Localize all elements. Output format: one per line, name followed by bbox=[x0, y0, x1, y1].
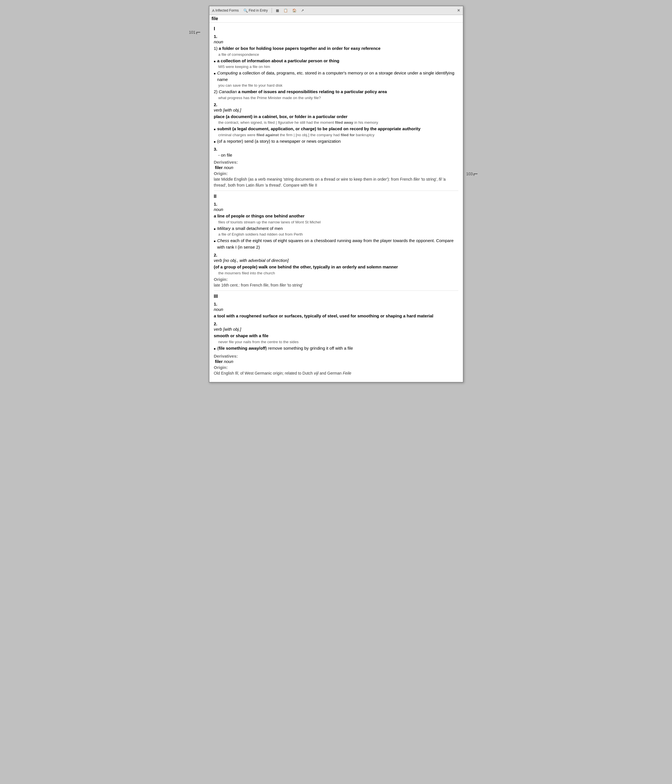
pos-ii-2: verb [no obj., with adverbial of directi… bbox=[214, 258, 458, 263]
pos-2: verb [with obj.] bbox=[214, 107, 458, 112]
grid-icon: ▦ bbox=[276, 8, 279, 12]
def-ii-1-2: ■ Military a small detachment of men bbox=[214, 226, 458, 232]
example-2-1: the contract, when signed, is filed | fi… bbox=[219, 120, 458, 124]
origin-text-3: Old English fil, of West Germanic origin… bbox=[214, 370, 458, 376]
bullet-7: ■ bbox=[214, 347, 216, 351]
deriv-word-1: filer bbox=[215, 165, 223, 170]
deriv-word-3: filer bbox=[215, 359, 223, 364]
derivatives-label-1: Derivatives: bbox=[214, 160, 238, 165]
origin-label-3: Origin: bbox=[214, 365, 228, 370]
roman-numeral-3: III bbox=[214, 294, 458, 299]
close-icon: × bbox=[457, 8, 460, 13]
export-button[interactable]: ↗ bbox=[300, 8, 305, 13]
def-iii-2-2: ■ (file something away/off) remove somet… bbox=[214, 345, 458, 352]
close-button[interactable]: × bbox=[456, 7, 461, 14]
def-ii-2-1: (of a group of people) walk one behind t… bbox=[214, 264, 458, 271]
inflected-forms-label: Inflected Forms bbox=[215, 8, 239, 12]
inflect-icon: A bbox=[212, 8, 215, 13]
derivatives-content-3: filer noun bbox=[215, 359, 458, 364]
sense-ii-1-heading: 1. bbox=[214, 202, 458, 206]
example-1-2: MI5 were keeping a file on him bbox=[219, 65, 458, 69]
pos-1: noun bbox=[214, 39, 458, 44]
example-1-1: a file of correspondence bbox=[219, 52, 458, 57]
inflected-forms-button[interactable]: A Inflected Forms bbox=[211, 8, 240, 13]
copy-icon: 📋 bbox=[284, 8, 288, 12]
def-2-2: ■ submit (a legal document, application,… bbox=[214, 126, 458, 132]
example-1-4: what progress has the Prime Minister mad… bbox=[219, 96, 458, 100]
def-1-2: ■ a collection of information about a pa… bbox=[214, 58, 458, 64]
example-ii-2-1: the mourners filed into the church bbox=[219, 271, 458, 275]
derivatives-section-1: Derivatives: bbox=[214, 160, 458, 165]
sense-1-heading: 1. bbox=[214, 34, 458, 39]
example-iii-2-1: never file your nails from the centre to… bbox=[219, 340, 458, 344]
dictionary-window: A Inflected Forms 🔍 Find in Entry ▦ 📋 🏠 bbox=[209, 6, 464, 383]
deriv-pos-3: noun bbox=[224, 359, 233, 364]
pos-iii-1: noun bbox=[214, 307, 458, 312]
bullet-3: ■ bbox=[214, 127, 216, 131]
bullet-1: ■ bbox=[214, 59, 216, 64]
home-icon: 🏠 bbox=[292, 8, 296, 12]
def-iii-1-1: a tool with a roughened surface or surfa… bbox=[214, 313, 458, 319]
export-icon: ↗ bbox=[301, 8, 304, 12]
def-iii-2-1: smooth or shape with a file bbox=[214, 333, 458, 339]
on-file-phrase: - on file bbox=[219, 152, 458, 157]
entry-2: II 1. noun a line of people or things on… bbox=[214, 191, 458, 288]
origin-section-1: Origin: bbox=[214, 171, 458, 176]
grid-button[interactable]: ▦ bbox=[275, 8, 280, 13]
find-in-entry-label: Find in Entry bbox=[249, 8, 268, 12]
example-2-2: criminal charges were filed against the … bbox=[219, 133, 458, 137]
entry-1: I 1. noun 1) a folder or box for holding… bbox=[214, 26, 458, 188]
home-button[interactable]: 🏠 bbox=[291, 8, 298, 13]
entry-label-103: 103 bbox=[466, 171, 473, 176]
dictionary-content: I 1. noun 1) a folder or box for holding… bbox=[210, 23, 463, 382]
origin-label-2: Origin: bbox=[214, 277, 228, 282]
find-icon: 🔍 bbox=[243, 8, 248, 13]
bullet-6: ■ bbox=[214, 239, 216, 243]
sense-iii-1-heading: 1. bbox=[214, 302, 458, 306]
sense-2-heading: 2. bbox=[214, 102, 458, 107]
origin-text-2: late 16th cent.: from French file, from … bbox=[214, 282, 458, 288]
example-ii-1-2: a file of English soldiers had ridden ou… bbox=[219, 232, 458, 236]
find-in-entry-button[interactable]: 🔍 Find in Entry bbox=[242, 8, 269, 13]
def-ii-1-3: ■ Chess each of the eight rows of eight … bbox=[214, 238, 458, 250]
toolbar: A Inflected Forms 🔍 Find in Entry ▦ 📋 🏠 bbox=[210, 6, 463, 15]
search-input[interactable] bbox=[212, 16, 461, 21]
derivatives-label-3: Derivatives: bbox=[214, 354, 238, 358]
def-1-1: 1) a folder or box for holding loose pap… bbox=[214, 45, 458, 52]
def-1-3: ■ Computing a collection of data, progra… bbox=[214, 70, 458, 82]
def-ii-1-1: a line of people or things one behind an… bbox=[214, 213, 458, 219]
sense-3-heading: 3. bbox=[214, 147, 458, 151]
origin-section-2: Origin: bbox=[214, 277, 458, 282]
bullet-2: ■ bbox=[214, 72, 216, 76]
bullet-4: ■ bbox=[214, 140, 216, 144]
origin-label-1: Origin: bbox=[214, 171, 228, 176]
example-1-3: you can save the file to your hard disk bbox=[219, 83, 458, 87]
def-2-1: place (a document) in a cabinet, box, or… bbox=[214, 114, 458, 120]
sense-ii-2-heading: 2. bbox=[214, 252, 458, 257]
origin-text-1: late Middle English (as a verb meaning '… bbox=[214, 176, 458, 188]
pos-ii-1: noun bbox=[214, 207, 458, 212]
entry-3: III 1. noun a tool with a roughened surf… bbox=[214, 291, 458, 376]
def-2-3: ■ (of a reporter) send (a story) to a ne… bbox=[214, 138, 458, 145]
derivatives-section-3: Derivatives: bbox=[214, 354, 458, 358]
def-1-4: 2) Canadian a number of issues and respo… bbox=[214, 89, 458, 95]
pos-iii-2: verb [with obj.] bbox=[214, 327, 458, 331]
origin-section-3: Origin: bbox=[214, 365, 458, 370]
toolbar-separator bbox=[272, 8, 272, 13]
roman-numeral-1: I bbox=[214, 26, 458, 32]
sense-iii-2-heading: 2. bbox=[214, 321, 458, 326]
search-bar bbox=[210, 15, 463, 23]
deriv-pos-1: noun bbox=[224, 165, 233, 170]
entry-label-101: 101 bbox=[189, 30, 196, 34]
derivatives-content-1: filer noun bbox=[215, 165, 458, 170]
example-ii-1-1: files of tourists stream up the narrow l… bbox=[219, 220, 458, 224]
roman-numeral-2: II bbox=[214, 194, 458, 199]
bullet-5: ■ bbox=[214, 227, 216, 231]
copy-button[interactable]: 📋 bbox=[282, 8, 289, 13]
